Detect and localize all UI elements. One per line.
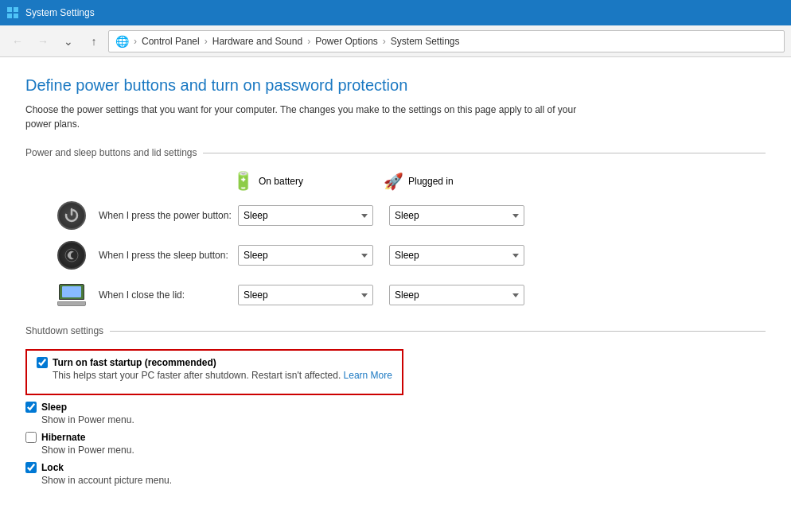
battery-column-header: 🔋 On battery — [232, 171, 384, 192]
sleep-button-dropdowns: Sleep Do nothing Hibernate Shut down Tur… — [238, 245, 524, 266]
sleep-button-battery-dropdown[interactable]: Sleep Do nothing Hibernate Shut down Tur… — [238, 245, 373, 266]
lid-plugged-dropdown[interactable]: Sleep Do nothing Hibernate Shut down Tur… — [389, 285, 524, 305]
shutdown-section-header: Shutdown settings — [25, 325, 766, 336]
sleep-item: Sleep Show in Power menu. — [25, 402, 766, 425]
svg-rect-0 — [7, 7, 12, 12]
battery-label: On battery — [259, 176, 303, 187]
fast-startup-checkbox[interactable] — [37, 357, 48, 368]
lock-checkbox-row: Lock — [25, 462, 766, 473]
sleep-checkbox[interactable] — [25, 402, 37, 413]
lock-label[interactable]: Lock — [41, 462, 64, 473]
back-button[interactable]: ← — [6, 30, 29, 52]
sleep-checkbox-row: Sleep — [25, 402, 766, 413]
svg-rect-3 — [14, 14, 18, 18]
hibernate-sublabel: Show in Power menu. — [41, 445, 766, 456]
shutdown-section: Shutdown settings Turn on fast startup (… — [25, 325, 766, 486]
up-button[interactable]: ↑ — [83, 30, 105, 52]
section-divider — [203, 153, 766, 153]
sleep-button-row: When I press the sleep button: Sleep Do … — [57, 241, 766, 270]
lock-checkbox[interactable] — [25, 462, 37, 473]
breadcrumb-hardware-sound[interactable]: Hardware and Sound — [212, 36, 302, 47]
shutdown-items: Turn on fast startup (recommended) This … — [25, 349, 766, 486]
column-headers: 🔋 On battery 🚀 Plugged in — [57, 171, 766, 192]
power-button-plugged-dropdown[interactable]: Sleep Do nothing Hibernate Shut down Tur… — [389, 205, 524, 226]
sleep-svg — [64, 247, 80, 263]
svg-rect-2 — [7, 14, 12, 18]
page-title: Define power buttons and turn on passwor… — [25, 76, 766, 95]
fast-startup-checkbox-row: Turn on fast startup (recommended) — [37, 357, 392, 368]
fast-startup-sublabel: This helps start your PC faster after sh… — [53, 370, 392, 381]
hibernate-checkbox[interactable] — [25, 432, 37, 443]
power-sleep-section-title: Power and sleep buttons and lid settings — [25, 147, 197, 158]
lid-top — [59, 284, 84, 300]
hibernate-checkbox-row: Hibernate — [25, 432, 766, 443]
plugged-label: Plugged in — [408, 176, 454, 187]
window-icon — [6, 6, 19, 19]
breadcrumb-power-options[interactable]: Power Options — [315, 36, 378, 47]
hibernate-item: Hibernate Show in Power menu. — [25, 432, 766, 456]
hibernate-label[interactable]: Hibernate — [41, 432, 85, 443]
battery-icon: 🔋 — [232, 171, 254, 192]
breadcrumb-control-panel[interactable]: Control Panel — [142, 36, 200, 47]
address-icon: 🌐 — [115, 35, 129, 48]
fast-startup-label[interactable]: Turn on fast startup (recommended) — [53, 357, 216, 368]
fast-startup-sublabel-text: This helps start your PC faster after sh… — [53, 370, 341, 381]
lock-item: Lock Show in account picture menu. — [25, 462, 766, 486]
breadcrumb-current: System Settings — [391, 36, 460, 47]
plugged-column-header: 🚀 Plugged in — [384, 172, 535, 191]
sleep-button-plugged-dropdown[interactable]: Sleep Do nothing Hibernate Shut down Tur… — [389, 245, 524, 266]
window-title: System Settings — [25, 7, 95, 18]
power-button-battery-dropdown[interactable]: Sleep Do nothing Hibernate Shut down Tur… — [238, 205, 373, 226]
shutdown-section-title: Shutdown settings — [25, 325, 103, 336]
learn-more-link[interactable]: Learn More — [344, 370, 392, 381]
sleep-button-icon — [57, 241, 86, 270]
power-button-label: When I press the power button: — [99, 210, 238, 221]
svg-point-6 — [65, 249, 78, 262]
lid-dropdowns: Sleep Do nothing Hibernate Shut down Tur… — [238, 285, 524, 305]
sleep-button-label: When I press the sleep button: — [99, 250, 238, 261]
page-description: Choose the power settings that you want … — [25, 103, 598, 131]
shutdown-section-divider — [110, 331, 766, 332]
address-bar: ← → ⌄ ↑ 🌐 › Control Panel › Hardware and… — [0, 25, 791, 57]
svg-rect-1 — [14, 7, 18, 12]
forward-button[interactable]: → — [32, 30, 54, 52]
settings-grid: 🔋 On battery 🚀 Plugged in When I press t… — [57, 171, 766, 309]
lock-sublabel: Show in account picture menu. — [41, 475, 766, 486]
fast-startup-item: Turn on fast startup (recommended) This … — [37, 357, 392, 381]
sleep-sublabel: Show in Power menu. — [41, 414, 766, 425]
dropdown-button[interactable]: ⌄ — [57, 30, 80, 52]
lid-svg — [57, 284, 86, 306]
fast-startup-box: Turn on fast startup (recommended) This … — [25, 349, 403, 395]
title-bar: System Settings — [0, 0, 791, 25]
main-content: Define power buttons and turn on passwor… — [0, 57, 791, 511]
address-box: 🌐 › Control Panel › Hardware and Sound ›… — [108, 30, 785, 52]
power-button-dropdowns: Sleep Do nothing Hibernate Shut down Tur… — [238, 205, 524, 226]
lid-battery-dropdown[interactable]: Sleep Do nothing Hibernate Shut down Tur… — [238, 285, 373, 305]
power-button-icon — [57, 201, 86, 230]
lid-icon — [57, 281, 86, 309]
sleep-shutdown-label[interactable]: Sleep — [41, 402, 67, 413]
plugged-icon: 🚀 — [384, 172, 403, 191]
lid-row: When I close the lid: Sleep Do nothing H… — [57, 281, 766, 309]
lid-label: When I close the lid: — [99, 289, 238, 301]
power-sleep-section-header: Power and sleep buttons and lid settings — [25, 147, 766, 158]
power-svg — [64, 208, 80, 223]
power-button-row: When I press the power button: Sleep Do … — [57, 201, 766, 230]
lid-bottom — [57, 301, 86, 306]
